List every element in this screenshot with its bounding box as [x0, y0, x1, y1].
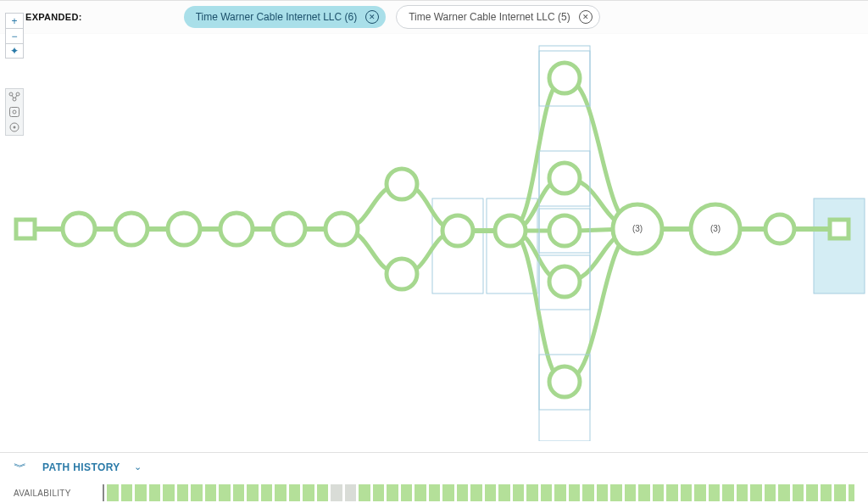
availability-cell[interactable]	[205, 484, 217, 501]
node-n1[interactable]	[63, 213, 95, 245]
availability-cell[interactable]	[737, 484, 748, 501]
path-history-label[interactable]: PATH HISTORY	[42, 461, 120, 473]
availability-cell[interactable]	[793, 484, 804, 501]
node-dn1[interactable]	[387, 259, 417, 289]
availability-cell[interactable]	[442, 484, 454, 501]
availability-cell[interactable]	[722, 484, 734, 501]
node-n7[interactable]	[765, 215, 794, 243]
group-box-3[interactable]	[814, 198, 865, 293]
availability-cell[interactable]	[582, 484, 594, 501]
path-history-dropdown-icon[interactable]: ⌄	[134, 461, 142, 472]
node-s0[interactable]	[549, 63, 580, 93]
node-label-agg2: (3)	[710, 224, 721, 233]
availability-cell[interactable]	[149, 484, 161, 501]
availability-cell[interactable]	[275, 484, 287, 501]
availability-cell[interactable]	[638, 484, 650, 501]
availability-cell[interactable]	[247, 484, 259, 501]
node-s2[interactable]	[549, 215, 580, 246]
chip-container: Time Warner Cable Internet LLC (6)✕Time …	[184, 5, 610, 29]
availability-cell[interactable]	[694, 484, 706, 501]
availability-cell[interactable]	[219, 484, 231, 501]
availability-cell[interactable]	[554, 484, 566, 501]
close-icon[interactable]: ✕	[365, 10, 379, 24]
availability-cell[interactable]	[778, 484, 790, 501]
path-graph[interactable]: (3)(3)	[0, 34, 868, 441]
availability-cell[interactable]	[429, 484, 441, 501]
availability-cell[interactable]	[498, 484, 510, 501]
availability-cell[interactable]	[709, 484, 721, 501]
availability-cell[interactable]	[233, 484, 245, 501]
top-bar: EXPANDED: Time Warner Cable Internet LLC…	[0, 0, 868, 34]
node-n3[interactable]	[168, 213, 200, 245]
availability-track[interactable]	[103, 484, 854, 501]
availability-cell[interactable]	[625, 484, 637, 501]
availability-cell[interactable]	[806, 484, 818, 501]
availability-cell[interactable]	[177, 484, 189, 501]
node-s1[interactable]	[549, 163, 580, 193]
availability-cell[interactable]	[191, 484, 203, 501]
edge-curve	[510, 78, 637, 231]
availability-cell[interactable]	[401, 484, 413, 501]
node-n2[interactable]	[115, 213, 147, 245]
node-n5[interactable]	[273, 213, 305, 245]
availability-cell[interactable]	[359, 484, 370, 501]
availability-cell[interactable]	[415, 484, 426, 501]
availability-cell[interactable]	[261, 484, 273, 501]
node-start[interactable]	[16, 220, 35, 238]
chip-label: Time Warner Cable Internet LLC (5)	[409, 11, 570, 23]
availability-cell[interactable]	[163, 484, 175, 501]
close-icon[interactable]: ✕	[579, 10, 593, 24]
node-s3[interactable]	[549, 266, 580, 297]
availability-cell[interactable]	[821, 484, 832, 501]
availability-cell[interactable]	[331, 484, 342, 501]
availability-label: AVAILABILITY	[14, 489, 103, 498]
collapse-footer-icon[interactable]: ︾	[14, 461, 27, 473]
availability-cell[interactable]	[317, 484, 329, 501]
expanded-label: EXPANDED:	[25, 12, 82, 22]
availability-cell[interactable]	[597, 484, 609, 501]
node-g2[interactable]	[495, 215, 526, 246]
availability-cell[interactable]	[485, 484, 497, 501]
node-up1[interactable]	[387, 169, 417, 199]
availability-cell[interactable]	[569, 484, 581, 501]
filter-chip-1[interactable]: Time Warner Cable Internet LLC (5)✕	[396, 5, 600, 29]
availability-cell[interactable]	[681, 484, 693, 501]
availability-cell[interactable]	[750, 484, 762, 501]
availability-cell[interactable]	[834, 484, 846, 501]
availability-cell[interactable]	[765, 484, 776, 501]
availability-cell[interactable]	[289, 484, 301, 501]
chip-label: Time Warner Cable Internet LLC (6)	[196, 11, 358, 23]
availability-cell[interactable]	[470, 484, 482, 501]
availability-cell[interactable]	[373, 484, 385, 501]
availability-cell[interactable]	[849, 484, 855, 501]
availability-cell[interactable]	[107, 484, 119, 501]
availability-cell[interactable]	[653, 484, 665, 501]
availability-cell[interactable]	[610, 484, 622, 501]
availability-cell[interactable]	[345, 484, 357, 501]
availability-cell[interactable]	[541, 484, 553, 501]
availability-cell[interactable]	[457, 484, 469, 501]
filter-chip-0[interactable]: Time Warner Cable Internet LLC (6)✕	[184, 6, 387, 28]
node-label-agg1: (3)	[632, 224, 643, 233]
node-n6[interactable]	[326, 213, 358, 245]
edge-curve	[510, 229, 637, 382]
availability-cell[interactable]	[121, 484, 133, 501]
node-n4[interactable]	[220, 213, 253, 245]
availability-cell[interactable]	[135, 484, 147, 501]
node-end[interactable]	[830, 220, 849, 238]
availability-cell[interactable]	[526, 484, 538, 501]
availability-cell[interactable]	[303, 484, 314, 501]
node-s4[interactable]	[549, 366, 580, 397]
node-g1[interactable]	[442, 215, 473, 246]
availability-cell[interactable]	[666, 484, 678, 501]
availability-cell[interactable]	[387, 484, 398, 501]
footer-panel: ︾ PATH HISTORY ⌄ AVAILABILITY	[0, 452, 868, 503]
zoom-in-button[interactable]: +	[5, 13, 24, 28]
availability-cell[interactable]	[513, 484, 525, 501]
